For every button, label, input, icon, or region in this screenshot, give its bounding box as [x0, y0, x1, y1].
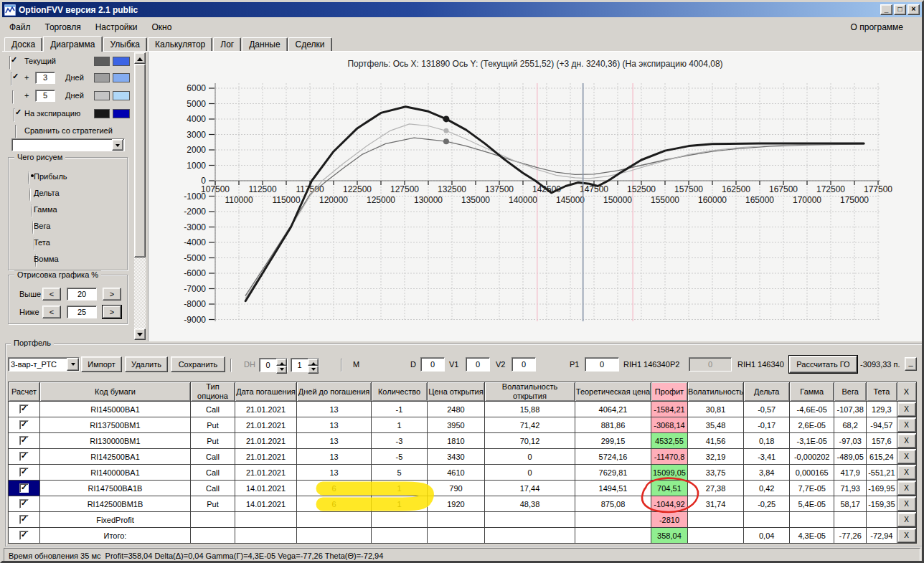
- cell-delta[interactable]: 0,42: [744, 481, 790, 496]
- cell-theta[interactable]: [867, 512, 897, 528]
- input-p2[interactable]: 0: [689, 357, 732, 372]
- scroll-down-button[interactable]: [134, 328, 146, 340]
- calc-cell[interactable]: [9, 512, 40, 528]
- cell-days[interactable]: [297, 528, 372, 544]
- panel-scrollbar[interactable]: [134, 52, 146, 340]
- tab-доска[interactable]: Доска: [4, 37, 42, 51]
- cell-qty[interactable]: [372, 512, 428, 528]
- radio-дельта[interactable]: [29, 188, 31, 202]
- cell-vol[interactable]: 27,38: [687, 481, 743, 496]
- cell-gamma[interactable]: 0,000165: [790, 465, 834, 481]
- cell-open_price[interactable]: 1920: [428, 496, 485, 512]
- cell-days[interactable]: 6: [297, 496, 372, 512]
- cell-gamma[interactable]: -0,000202: [790, 449, 834, 465]
- cell-type[interactable]: Put: [191, 417, 235, 433]
- col-header-5[interactable]: Дней до погашения: [297, 382, 372, 402]
- cell-days[interactable]: 13: [297, 449, 372, 465]
- cell-delta[interactable]: -3,41: [744, 449, 790, 465]
- cell-days[interactable]: 13: [297, 402, 372, 417]
- table-row[interactable]: RI145000BA1Call21.01.202113-1248015,8840…: [9, 402, 917, 417]
- cell-open_price[interactable]: [428, 528, 485, 544]
- cell-theo[interactable]: 4064,21: [575, 402, 651, 417]
- row-calc-checkbox[interactable]: [19, 468, 29, 477]
- tab-данные[interactable]: Данные: [242, 37, 287, 51]
- cell-date[interactable]: [235, 512, 297, 528]
- cell-vega[interactable]: 68,2: [834, 417, 867, 433]
- cell-code[interactable]: RI137500BM1: [40, 417, 191, 433]
- calc-cell[interactable]: [9, 433, 40, 449]
- cell-profit[interactable]: -11470,8: [651, 449, 688, 465]
- tab-лог[interactable]: Лог: [213, 37, 241, 51]
- dh-spin-2[interactable]: 1: [291, 358, 319, 372]
- cell-profit[interactable]: -3068,14: [651, 417, 688, 433]
- row-calc-checkbox[interactable]: [19, 499, 29, 508]
- col-header-14[interactable]: Вега: [834, 382, 867, 402]
- increase-button[interactable]: >: [103, 306, 121, 318]
- table-row[interactable]: FixedProfit-2810X: [9, 512, 917, 528]
- cell-open_price[interactable]: 3430: [428, 449, 485, 465]
- cell-theta[interactable]: 157,6: [867, 433, 897, 449]
- table-row[interactable]: Итого:358,040,044,3E-05-77,26-72,94X: [9, 528, 917, 544]
- col-header-9[interactable]: Теоретическая цена: [575, 382, 651, 402]
- row-calc-checkbox[interactable]: [19, 420, 29, 430]
- cell-open_price[interactable]: 790: [428, 481, 485, 496]
- scroll-thumb[interactable]: [134, 64, 146, 257]
- cell-vega[interactable]: -97,03: [834, 433, 867, 449]
- cell-theo[interactable]: 881,86: [575, 417, 651, 433]
- cell-vega[interactable]: 58,17: [834, 496, 867, 512]
- dh-checkbox[interactable]: [230, 359, 232, 372]
- cell-theta[interactable]: -72,94: [867, 528, 897, 544]
- cell-delta[interactable]: -0,17: [744, 417, 790, 433]
- delete-row-button[interactable]: X: [897, 497, 916, 511]
- tab-диаграмма[interactable]: Диаграмма: [43, 36, 102, 52]
- compare-color-swatch[interactable]: [113, 57, 130, 66]
- cell-delta[interactable]: [744, 512, 790, 528]
- calc-cell[interactable]: [9, 402, 40, 417]
- cell-open_vol[interactable]: [485, 512, 575, 528]
- cell-date[interactable]: [235, 528, 297, 544]
- cell-open_vol[interactable]: 15,88: [485, 402, 575, 417]
- cell-vol[interactable]: 33,75: [687, 465, 743, 481]
- tab-сделки[interactable]: Сделки: [288, 37, 332, 51]
- import-button[interactable]: Импорт: [81, 356, 122, 372]
- collapse-button[interactable]: _: [905, 357, 917, 371]
- row-calc-checkbox[interactable]: [19, 436, 29, 445]
- row-calc-checkbox[interactable]: [19, 452, 29, 461]
- input-v1[interactable]: 0: [466, 357, 490, 372]
- minimize-button[interactable]: _: [880, 4, 892, 15]
- curve-visible-checkbox-2[interactable]: [11, 72, 12, 86]
- dh-spin-1[interactable]: 0: [259, 358, 288, 372]
- cell-code[interactable]: RI130000BM1: [40, 433, 191, 449]
- cell-days[interactable]: [297, 512, 372, 528]
- col-header-7[interactable]: Цена открытия: [428, 382, 485, 402]
- variant-dropdown-arrow[interactable]: [67, 358, 79, 371]
- cell-days[interactable]: 13: [297, 433, 372, 449]
- cell-type[interactable]: Call: [191, 402, 235, 417]
- cell-code[interactable]: RI147500BA1B: [40, 481, 191, 496]
- delete-row-button[interactable]: X: [897, 481, 916, 496]
- spin-down-button[interactable]: [308, 366, 319, 374]
- curve-color-swatch[interactable]: [94, 73, 110, 82]
- cell-date[interactable]: 14.01.2021: [235, 481, 297, 496]
- menu-item-2[interactable]: Торговля: [38, 20, 88, 34]
- cell-qty[interactable]: 1: [372, 481, 428, 496]
- cell-code[interactable]: RI142500BA1: [40, 449, 191, 465]
- col-header-4[interactable]: Дата погашения: [235, 382, 297, 402]
- cell-gamma[interactable]: 7,7E-05: [790, 481, 834, 496]
- cell-qty[interactable]: -3: [372, 433, 428, 449]
- col-header-2[interactable]: Код бумаги: [40, 382, 191, 402]
- cell-date[interactable]: 21.01.2021: [235, 449, 297, 465]
- cell-theta[interactable]: -169,95: [867, 481, 897, 496]
- cell-vega[interactable]: 71,93: [834, 481, 867, 496]
- cell-theo[interactable]: 875,08: [575, 496, 651, 512]
- table-row[interactable]: RI147500BA1BCall14.01.20216179017,441494…: [9, 481, 917, 496]
- input-p1[interactable]: 0: [585, 357, 619, 372]
- cell-theo[interactable]: 299,15: [575, 433, 651, 449]
- decrease-button[interactable]: <: [42, 306, 61, 318]
- days-count-input[interactable]: 3: [35, 72, 55, 84]
- delete-row-button[interactable]: X: [897, 513, 916, 527]
- cell-vega[interactable]: -489,05: [834, 449, 867, 465]
- cell-theta[interactable]: -159,35: [867, 496, 897, 512]
- cell-open_vol[interactable]: [485, 528, 575, 544]
- cell-date[interactable]: 21.01.2021: [235, 402, 297, 417]
